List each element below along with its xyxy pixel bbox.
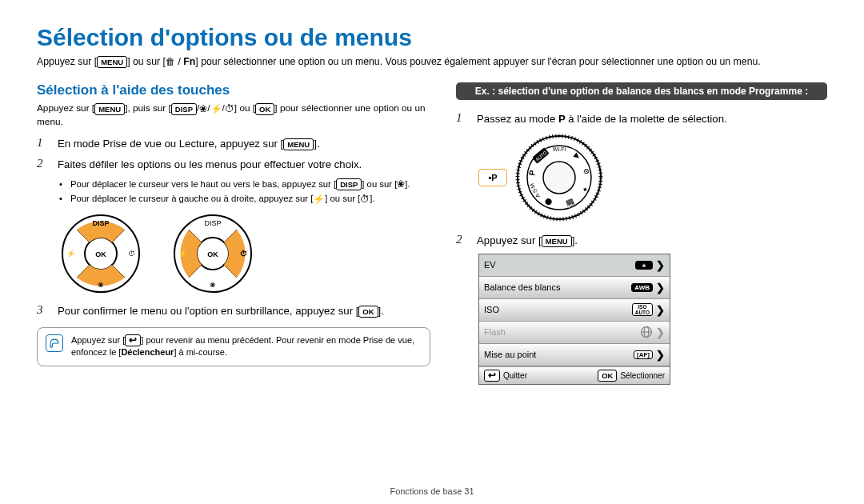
disp-key-glyph: DISP [171,103,197,115]
note-icon [46,334,63,352]
chevron-right-icon: ❯ [656,326,665,338]
svg-text:⏱: ⏱ [240,250,247,258]
menu-row-ev: EV ±❯ [479,254,670,277]
chevron-right-icon: ❯ [656,304,665,316]
menu-row-focus: Mise au point [AF]❯ [479,344,670,366]
t: ] à mi-course. [174,347,227,357]
t: ] ou [ [234,102,255,114]
t: En mode Prise de vue ou Lecture, appuyez… [58,138,283,150]
flower-icon: ❀ [397,179,405,190]
svg-text:DISP: DISP [204,219,221,227]
left-column: Sélection à l'aide des touches Appuyez s… [37,82,430,385]
t: ]. [405,179,410,189]
nav-dial-vertical: DISP ❀ ⚡ ⏱ OK [61,214,141,294]
step-3: 3 Pour confirmer le menu ou l'option en … [37,303,430,319]
p-mode-glyph: P [558,113,566,125]
svg-text:⚡: ⚡ [66,249,76,258]
menu-row-iso: ISO ISO AUTO❯ [479,299,670,322]
t: ], puis sur [ [125,102,171,114]
note-text: Appuyez sur [↩] pour revenir au menu pré… [71,334,422,359]
t: Appuyez sur [ [37,56,97,67]
t: Passez au mode [477,113,558,125]
t: à l'aide de la molette de sélection. [566,113,727,125]
step-num: 3 [37,303,48,319]
ok-key-glyph: OK [358,306,378,318]
t: ]. [314,138,319,150]
example-banner: Ex. : sélection d'une option de balance … [456,82,827,100]
menu-label: EV [484,260,496,270]
ok-key-glyph: OK [255,103,274,115]
t: / [175,56,183,67]
t: Pour confirmer le menu ou l'option en su… [58,305,358,317]
step-num: 2 [456,233,467,249]
t: Pour déplacer le curseur vers le haut ou… [70,179,336,189]
menu-label: Balance des blancs [484,282,560,292]
menu-label: ISO [484,305,499,314]
camera-menu-screenshot: EV ±❯ Balance des blancs AWB❯ ISO ISO AU… [478,254,670,385]
step-1: 1 En mode Prise de vue ou Lecture, appuy… [37,136,430,152]
step-text: Pour confirmer le menu ou l'option en su… [58,303,384,319]
menu-footer: ↩Quitter OKSélectionner [479,366,670,384]
t: ]. [572,234,578,246]
t: ] pour sélectionner une option ou un men… [195,56,760,67]
shutter-label: Déclencheur [121,347,174,357]
chevron-right-icon: ❯ [656,349,665,361]
menu-key-glyph: MENU [283,138,314,150]
t: ] ou sur [ [127,56,166,67]
info-note: Appuyez sur [↩] pour revenir au menu pré… [37,327,430,366]
nav-dial-illustrations: DISP ❀ ⚡ ⏱ OK DISP [61,214,430,294]
select-label: Sélectionner [620,371,665,380]
svg-point-25 [543,162,575,194]
right-column: Ex. : sélection d'une option de balance … [456,82,827,385]
timer-icon: ⏱ [225,104,234,114]
menu-label: Mise au point [484,350,536,359]
r-step-1: 1 Passez au mode P à l'aide de la molett… [456,111,827,127]
mode-dial: Wi-Fi AUTO P A·S·M ▶ ⚙ ✦ 🎬 [515,134,603,222]
r-step-2: 2 Appuyez sur [MENU]. [456,233,827,249]
globe-icon [640,326,653,338]
t: Appuyez sur [ [37,102,94,114]
menu-row-flash: Flash ❯ [479,322,670,344]
bullet-2: Pour déplacer le curseur à gauche ou à d… [59,192,430,205]
step-text: Passez au mode P à l'aide de la molette … [477,111,727,127]
t: Appuyez sur [ [477,234,542,246]
nav-dial-horizontal: DISP ❀ ⚡ ⏱ OK [173,214,253,294]
iso-value-icon: ISO AUTO [632,303,653,316]
menu-key-glyph: MENU [97,56,127,68]
step-text: Faites défiler les options ou les menus … [58,157,362,173]
awb-value-icon: AWB [631,283,653,292]
mode-dial-illustration: P Wi-Fi AUTO P A·S·M ▶ ⚙ ✦ 🎬 [478,134,827,222]
page-title: Sélection d'options ou de menus [37,24,827,51]
bullet-1: Pour déplacer le curseur vers le haut ou… [59,178,430,191]
page-footer: Fonctions de base 31 [0,486,864,496]
quit-label: Quitter [503,371,527,380]
af-value-icon: [AF] [634,350,653,359]
t: ] ou sur [ [325,194,360,203]
t: ]. [378,305,384,317]
flash-icon: ⚡ [313,194,325,205]
step-text: En mode Prise de vue ou Lecture, appuyez… [58,136,320,152]
step-2: 2 Faites défiler les options ou les menu… [37,157,430,173]
back-icon: ↩ [484,370,500,382]
step-num: 1 [456,111,467,127]
disp-key-glyph: DISP [336,178,362,190]
menu-key-glyph: MENU [94,103,125,115]
left-intro: Appuyez sur [MENU], puis sur [DISP/❀/⚡/⏱… [37,102,430,128]
left-heading: Sélection à l'aide des touches [37,82,430,98]
timer-icon: ⏱ [360,194,370,205]
p-indicator: P [478,169,507,186]
svg-text:❀: ❀ [98,281,104,289]
step-num: 2 [37,157,48,173]
t: Appuyez sur [ [71,335,125,345]
chevron-right-icon: ❯ [656,282,665,294]
page-intro: Appuyez sur [MENU] ou sur [🗑 / Fn] pour … [37,56,827,68]
ok-key-glyph: OK [598,370,617,382]
trash-icon: 🗑 [166,57,175,67]
svg-text:DISP: DISP [92,219,109,227]
t: Pour déplacer le curseur à gauche ou à d… [70,194,313,203]
fn-key-glyph: Fn [183,56,195,67]
svg-text:OK: OK [95,250,106,258]
flash-icon: ⚡ [210,104,222,114]
menu-key-glyph: MENU [542,235,572,247]
menu-label: Flash [484,327,506,337]
